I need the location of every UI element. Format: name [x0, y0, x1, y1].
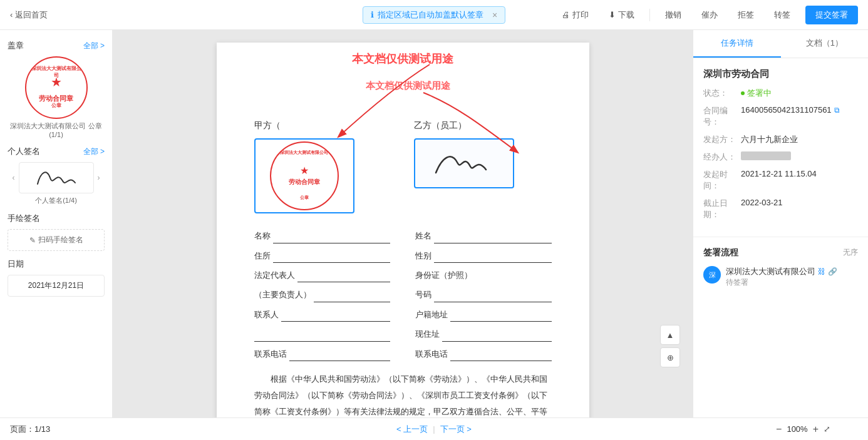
page-info: 页面：1/13 [10, 424, 50, 435]
field-id-number: 号码 [415, 287, 552, 302]
download-label: 下载 [618, 9, 634, 21]
notice-text: 指定区域已自动加盖默认签章 [378, 9, 483, 21]
contract-no-row: 合同编号： 16400565042131107561 ⧉ [703, 105, 858, 128]
status-value: 签署中 [741, 88, 858, 99]
handwrite-section: 手绘签名 ✎ 扫码手绘签名 [8, 213, 105, 251]
right-tabs: 任务详情 文档（1） [693, 30, 868, 58]
handwrite-placement-area[interactable] [414, 138, 514, 188]
personal-sign-container: ‹ › [8, 162, 105, 193]
download-button[interactable]: ⬇ 下载 [604, 7, 639, 23]
remind-button[interactable]: 催办 [696, 7, 723, 23]
tab-documents[interactable]: 文档（1） [781, 30, 869, 58]
back-button[interactable]: ‹ 返回首页 [10, 9, 48, 21]
personal-sign-header: 个人签名 全部 > [8, 146, 105, 157]
handwrite-signature [423, 145, 505, 182]
tab-task-details[interactable]: 任务详情 [693, 30, 781, 58]
doc-pagination: 页面：1/13 < 上一页 | 下一页 > − 100% + ⤢ [0, 417, 868, 440]
watermark-2: 本文档仅供测试用途 [366, 77, 450, 94]
sign-preview[interactable] [19, 162, 94, 193]
sign-prev-button[interactable]: ‹ [9, 173, 19, 183]
send-time-label: 发起时间： [703, 169, 741, 192]
field-contact: 联系人 [254, 307, 391, 322]
notice-bar: ℹ 指定区域已自动加盖默认签章 × [363, 6, 505, 24]
contract-info-section: 深圳市劳动合同 状态： 签署中 合同编号： 164005650421311075… [693, 58, 868, 237]
date-section: 日期 2021年12月21日 [8, 258, 105, 297]
date-title: 日期 [8, 258, 105, 270]
transfer-label: 转签 [774, 9, 790, 21]
scan-button[interactable]: ✎ 扫码手绘签名 [8, 229, 105, 251]
field-name-right: 姓名 [415, 228, 552, 243]
manager-row: 经办人： [703, 151, 858, 163]
watermark-text-2: 本文档仅供测试用途 [366, 77, 450, 94]
flow-avatar: 深 [703, 266, 721, 284]
doc-form: 名称 姓名 住所 性别 [254, 228, 552, 361]
manager-label: 经办人： [703, 151, 741, 163]
manager-value [741, 151, 858, 160]
signature-row: 甲方（ 深圳法大大测试有限公司 ★ 劳动合同章 公章 [254, 118, 552, 216]
contract-no-label: 合同编号： [703, 105, 741, 128]
handwrite-title: 手绘签名 [8, 213, 105, 224]
transfer-button[interactable]: 转签 [769, 7, 795, 23]
field-row-7: 联系电话 联系电话 [254, 347, 552, 361]
pencil-icon: ✎ [29, 236, 36, 245]
prev-page-button[interactable]: < 上一页 [396, 424, 428, 435]
field-current-address: 现住址 [415, 327, 552, 341]
submit-button[interactable]: 提交签署 [805, 6, 858, 24]
delete-button[interactable]: 撤销 [660, 7, 686, 23]
scan-label: 扫码手绘签名 [38, 235, 83, 245]
manager-blurred [741, 151, 791, 160]
notice-close-button[interactable]: × [492, 10, 497, 20]
back-label: 返回首页 [15, 9, 48, 21]
send-time-value: 2021-12-21 11.15.04 [741, 169, 858, 178]
print-icon: 🖨 [562, 10, 570, 19]
field-row-2: 住所 性别 [254, 248, 552, 263]
print-label: 打印 [572, 9, 589, 21]
personal-sign-link[interactable]: 全部 > [83, 146, 105, 157]
sign-flow-header: 签署流程 无序 [703, 247, 858, 258]
field-phone-right: 联系电话 [415, 347, 552, 361]
print-button[interactable]: 🖨 打印 [557, 7, 594, 23]
party-b-label: 乙方（员工） [414, 118, 552, 133]
stamp-item[interactable]: 深圳法大大测试有限公司 ★ 劳动合同章 公章 深圳法大大测试有限公司 公章(1/… [8, 56, 105, 138]
field-row-5: 联系人 户籍地址 [254, 307, 552, 322]
stamp-all-link[interactable]: 全部 > [83, 41, 105, 51]
date-value: 2021年12月21日 [8, 275, 105, 297]
delete-label: 撤销 [665, 9, 681, 21]
field-row-3: 法定代表人 身份证（护照） [254, 268, 552, 282]
watermark-top: 本文档仅供测试用途 [217, 49, 589, 69]
stamp-placement-area[interactable]: 深圳法大大测试有限公司 ★ 劳动合同章 公章 [254, 138, 354, 213]
reject-button[interactable]: 拒签 [733, 7, 759, 23]
personal-sign-title: 个人签名 [8, 146, 40, 157]
field-main-person: （主要负责人） [254, 287, 391, 302]
doc-paragraph-1: 根据《中华人民共和国劳动法》（以下简称《劳动法》）、《中华人民共和国劳动合同法》… [254, 371, 552, 417]
field-phone-left: 联系电话 [254, 347, 391, 361]
watermark-text-1: 本文档仅供测试用途 [217, 49, 589, 69]
field-hukou: 户籍地址 [415, 307, 552, 322]
flow-link-icon[interactable]: 🔗 [828, 267, 837, 276]
deadline-value: 2022-03-21 [741, 198, 858, 207]
signature-svg [25, 165, 88, 190]
party-b-box: 乙方（员工） [414, 118, 552, 216]
fullscreen-button[interactable]: ⤢ [824, 424, 830, 434]
copy-contract-no-button[interactable]: ⧉ [834, 106, 840, 115]
stamp-top-text: 深圳法大大测试有限公司 [31, 65, 81, 79]
doc-viewer[interactable]: 本文档仅供测试用途 本文档仅供 [113, 30, 693, 417]
sign-next-button[interactable]: › [94, 173, 104, 183]
flow-chain-icon[interactable]: ⛓ [818, 267, 825, 276]
back-icon: ‹ [10, 10, 13, 19]
field-name-left: 名称 [254, 228, 391, 243]
reject-label: 拒签 [738, 9, 754, 21]
field-row-4: （主要负责人） 号码 [254, 287, 552, 302]
party-a-box: 甲方（ 深圳法大大测试有限公司 ★ 劳动合同章 公章 [254, 118, 392, 216]
field-row-6: 现住址 [254, 327, 552, 341]
scroll-up-button[interactable]: ▲ [660, 325, 680, 345]
deadline-row: 截止日期： 2022-03-21 [703, 198, 858, 220]
scroll-anchor-button[interactable]: ⊕ [660, 347, 680, 367]
zoom-in-button[interactable]: + [813, 424, 819, 435]
sender-label: 发起方： [703, 134, 741, 145]
divider [649, 9, 650, 21]
toolbar-right: 🖨 打印 ⬇ 下载 撤销 催办 拒签 转签 提交签署 [557, 6, 858, 24]
zoom-out-button[interactable]: − [776, 424, 782, 435]
next-page-button[interactable]: 下一页 > [440, 424, 472, 435]
status-row: 状态： 签署中 [703, 88, 858, 99]
